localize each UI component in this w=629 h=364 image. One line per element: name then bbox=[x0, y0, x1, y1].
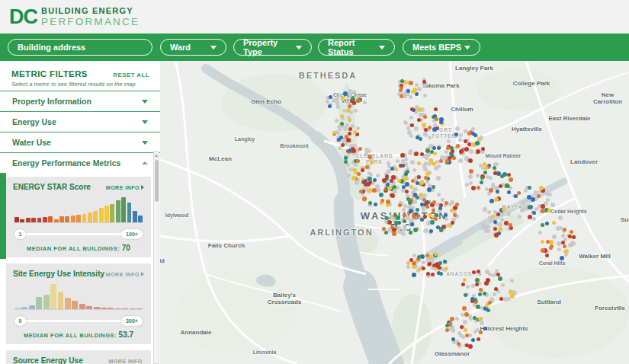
report-status-dropdown[interactable]: Report Status bbox=[318, 39, 395, 56]
building-dot[interactable] bbox=[455, 203, 459, 206]
building-dot[interactable] bbox=[506, 212, 511, 216]
building-dot[interactable] bbox=[501, 283, 505, 287]
building-dot[interactable] bbox=[432, 200, 436, 204]
building-dot[interactable] bbox=[343, 126, 348, 131]
building-dot[interactable] bbox=[409, 81, 413, 85]
building-dot[interactable] bbox=[443, 260, 447, 263]
building-dot[interactable] bbox=[541, 204, 545, 209]
building-dot[interactable] bbox=[424, 176, 428, 180]
building-dot[interactable] bbox=[399, 164, 403, 168]
building-dot[interactable] bbox=[414, 126, 419, 131]
building-dot[interactable] bbox=[425, 205, 429, 209]
slider-max-handle[interactable]: 100+ bbox=[121, 229, 143, 239]
building-dot[interactable] bbox=[367, 177, 372, 181]
building-dot[interactable] bbox=[561, 241, 565, 244]
building-dot[interactable] bbox=[328, 104, 332, 108]
building-dot[interactable] bbox=[570, 230, 573, 234]
building-dot[interactable] bbox=[422, 260, 425, 264]
building-dot[interactable] bbox=[453, 213, 457, 217]
slider-min-handle[interactable]: 1 bbox=[14, 229, 26, 239]
building-dot[interactable] bbox=[413, 228, 418, 232]
building-dot[interactable] bbox=[451, 221, 454, 225]
building-dot[interactable] bbox=[459, 149, 464, 154]
building-dot[interactable] bbox=[359, 190, 363, 193]
building-dot[interactable] bbox=[468, 174, 473, 179]
building-dot[interactable] bbox=[468, 158, 473, 163]
scrollbar-thumb[interactable] bbox=[155, 160, 159, 202]
building-dot[interactable] bbox=[552, 235, 557, 239]
building-dot[interactable] bbox=[346, 163, 350, 167]
building-dot[interactable] bbox=[534, 190, 538, 194]
building-dot[interactable] bbox=[488, 301, 492, 305]
building-dot[interactable] bbox=[341, 96, 345, 100]
building-dot[interactable] bbox=[396, 159, 400, 163]
building-dot[interactable] bbox=[412, 200, 417, 204]
building-dot[interactable] bbox=[387, 161, 390, 165]
building-dot[interactable] bbox=[416, 136, 419, 139]
building-dot[interactable] bbox=[417, 161, 421, 165]
accordion-property-information[interactable]: Property Information bbox=[0, 91, 160, 111]
building-dot[interactable] bbox=[411, 90, 415, 94]
more-info-link[interactable]: MORE INFO bbox=[106, 272, 144, 277]
building-dot[interactable] bbox=[416, 181, 419, 185]
building-dot[interactable] bbox=[493, 171, 497, 175]
building-dot[interactable] bbox=[357, 172, 361, 176]
building-dot[interactable] bbox=[435, 213, 438, 217]
building-dot[interactable] bbox=[563, 228, 566, 231]
building-dot[interactable] bbox=[430, 220, 435, 225]
building-dot[interactable] bbox=[445, 328, 449, 332]
building-dot[interactable] bbox=[419, 193, 423, 196]
building-dot[interactable] bbox=[500, 218, 504, 222]
building-dot[interactable] bbox=[444, 201, 448, 205]
building-dot[interactable] bbox=[432, 185, 435, 189]
building-dot[interactable] bbox=[348, 104, 351, 108]
building-dot[interactable] bbox=[348, 127, 352, 131]
building-dot[interactable] bbox=[437, 193, 441, 196]
building-dot[interactable] bbox=[434, 107, 438, 111]
building-dot[interactable] bbox=[409, 231, 412, 235]
building-dot[interactable] bbox=[428, 255, 432, 259]
building-dot[interactable] bbox=[438, 261, 442, 265]
building-dot[interactable] bbox=[428, 126, 432, 129]
building-dot[interactable] bbox=[459, 133, 463, 137]
building-dot[interactable] bbox=[499, 297, 503, 301]
building-dot[interactable] bbox=[398, 203, 402, 207]
building-dot[interactable] bbox=[374, 203, 377, 206]
more-info-link[interactable]: MORE INFO bbox=[109, 359, 144, 364]
building-dot[interactable] bbox=[528, 205, 533, 209]
building-dot[interactable] bbox=[458, 158, 463, 163]
building-dot[interactable] bbox=[499, 184, 502, 188]
building-dot[interactable] bbox=[337, 125, 341, 129]
building-dot[interactable] bbox=[444, 217, 448, 221]
building-dot[interactable] bbox=[570, 241, 574, 244]
building-dot[interactable] bbox=[408, 151, 412, 155]
metric-card-energy-star-score[interactable]: ENERGY STAR Score MORE INFO 1 100+ MEDIA… bbox=[6, 177, 151, 257]
building-dot[interactable] bbox=[471, 186, 476, 190]
building-dot[interactable] bbox=[485, 304, 489, 308]
building-dot[interactable] bbox=[409, 185, 413, 189]
building-dot[interactable] bbox=[416, 208, 419, 212]
building-dot[interactable] bbox=[356, 98, 361, 103]
building-dot[interactable] bbox=[464, 328, 467, 332]
accordion-water-use[interactable]: Water Use bbox=[0, 132, 160, 152]
building-dot[interactable] bbox=[564, 249, 569, 254]
building-dot[interactable] bbox=[382, 227, 386, 231]
building-dot[interactable] bbox=[491, 215, 495, 219]
building-dot[interactable] bbox=[348, 89, 352, 94]
building-dot[interactable] bbox=[431, 273, 435, 276]
building-dot[interactable] bbox=[509, 223, 512, 227]
building-dot[interactable] bbox=[520, 208, 525, 212]
building-dot[interactable] bbox=[456, 144, 460, 148]
building-dot[interactable] bbox=[373, 178, 377, 182]
building-dot[interactable] bbox=[354, 163, 358, 167]
building-dot[interactable] bbox=[432, 209, 435, 212]
building-dot[interactable] bbox=[502, 172, 507, 177]
building-dot[interactable] bbox=[537, 194, 541, 198]
building-dot[interactable] bbox=[478, 292, 482, 296]
building-dot[interactable] bbox=[469, 169, 473, 174]
building-dot[interactable] bbox=[406, 265, 410, 269]
building-dot[interactable] bbox=[356, 159, 360, 163]
building-dot[interactable] bbox=[558, 216, 563, 220]
building-dot[interactable] bbox=[471, 338, 475, 342]
building-dot[interactable] bbox=[390, 179, 393, 183]
